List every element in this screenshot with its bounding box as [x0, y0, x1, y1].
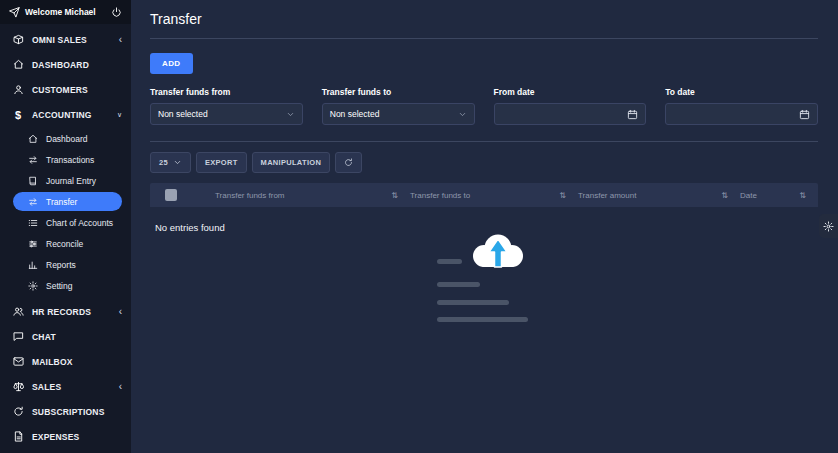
chart-icon — [27, 260, 38, 270]
sort-icon[interactable]: ⇅ — [799, 191, 806, 200]
to-date-input[interactable] — [673, 109, 799, 119]
sidebar-item-label: CUSTOMERS — [32, 85, 122, 95]
manipulation-button[interactable]: MANIPULATION — [252, 152, 331, 173]
exchange-icon — [27, 197, 38, 207]
submenu-item-label: Chart of Accounts — [46, 218, 113, 228]
page-title: Transfer — [150, 11, 818, 27]
refresh-button[interactable] — [335, 152, 362, 173]
skeleton-bar — [437, 317, 528, 322]
welcome-text: Welcome Michael — [25, 7, 96, 17]
filter-label: To date — [665, 87, 818, 97]
chevron-left-icon: ‹ — [119, 307, 122, 317]
calendar-icon[interactable] — [799, 109, 810, 120]
submenu-item-label: Reconcile — [46, 239, 83, 249]
welcome-link[interactable]: Welcome Michael — [9, 7, 96, 18]
gear-icon — [27, 281, 38, 291]
page-size-select[interactable]: 25 — [150, 152, 191, 173]
document-icon — [12, 431, 24, 442]
plane-icon — [9, 7, 20, 18]
sidebar-item-sales[interactable]: SALES ‹ — [0, 374, 131, 399]
dollar-icon: $ — [12, 109, 24, 121]
sliders-icon — [27, 239, 38, 249]
sidebar-item-label: HR RECORDS — [32, 307, 111, 317]
user-icon — [12, 84, 24, 95]
skeleton-bar — [437, 300, 509, 305]
chevron-down-icon — [173, 158, 182, 167]
sidebar-item-mailbox[interactable]: MAILBOX — [0, 349, 131, 374]
sidebar-item-accounting[interactable]: $ ACCOUNTING ∨ — [0, 102, 131, 127]
submenu-item-reports[interactable]: Reports — [13, 255, 122, 274]
sidebar-item-label: MAILBOX — [32, 357, 122, 367]
sidebar-item-chat[interactable]: CHAT — [0, 324, 131, 349]
page-size-value: 25 — [159, 158, 168, 167]
calendar-icon[interactable] — [627, 109, 638, 120]
submenu-item-label: Setting — [46, 281, 72, 291]
app-window: Welcome Michael OMNI SALES ‹ DASHBOARD C… — [0, 0, 838, 453]
select-value: Non selected — [330, 109, 380, 119]
skeleton-bar — [437, 282, 480, 287]
sidebar: Welcome Michael OMNI SALES ‹ DASHBOARD C… — [0, 0, 131, 453]
column-label: Date — [740, 191, 757, 200]
chevron-down-icon: ∨ — [117, 111, 122, 118]
submenu-item-chart-of-accounts[interactable]: Chart of Accounts — [13, 213, 122, 232]
select-value: Non selected — [158, 109, 208, 119]
filter-label: Transfer funds to — [322, 87, 475, 97]
header-cell-checkbox — [150, 183, 215, 207]
column-label: Transfer funds from — [215, 191, 285, 200]
divider — [150, 38, 818, 39]
from-date-input[interactable] — [502, 109, 628, 119]
mail-icon — [12, 356, 24, 367]
header-cell[interactable]: Date ⇅ — [740, 183, 818, 207]
sidebar-item-omni-sales[interactable]: OMNI SALES ‹ — [0, 27, 131, 52]
sidebar-item-expenses[interactable]: EXPENSES — [0, 424, 131, 449]
table-body: No entries found — [150, 207, 818, 339]
transfer-funds-from-select[interactable]: Non selected — [150, 103, 303, 125]
sidebar-header: Welcome Michael — [0, 0, 131, 24]
sidebar-item-label: EXPENSES — [32, 432, 122, 442]
header-cell[interactable]: Transfer funds to ⇅ — [410, 183, 578, 207]
sort-icon[interactable]: ⇅ — [559, 191, 566, 200]
column-label: Transfer funds to — [410, 191, 470, 200]
sidebar-item-customers[interactable]: CUSTOMERS — [0, 77, 131, 102]
submenu-item-label: Transfer — [46, 197, 77, 207]
header-cell[interactable]: Transfer amount ⇅ — [578, 183, 740, 207]
box-icon — [12, 34, 24, 45]
sidebar-item-label: ACCOUNTING — [32, 110, 109, 120]
sort-icon[interactable]: ⇅ — [391, 191, 398, 200]
sidebar-item-dashboard[interactable]: DASHBOARD — [0, 52, 131, 77]
settings-gear-button[interactable] — [819, 214, 838, 238]
filter-transfer-funds-from: Transfer funds from Non selected — [150, 87, 303, 125]
header-cell[interactable]: Transfer funds from ⇅ — [215, 183, 410, 207]
sidebar-item-hr-records[interactable]: HR RECORDS ‹ — [0, 299, 131, 324]
power-icon[interactable] — [111, 7, 122, 18]
submenu-item-reconcile[interactable]: Reconcile — [13, 234, 122, 253]
home-icon — [27, 134, 38, 144]
sidebar-item-label: SALES — [32, 382, 111, 392]
to-date-input-wrap — [665, 103, 818, 125]
submenu-item-setting[interactable]: Setting — [13, 276, 122, 295]
submenu-item-dashboard[interactable]: Dashboard — [13, 129, 122, 148]
accounting-submenu: Dashboard Transactions Journal Entry Tra… — [0, 127, 131, 299]
transfers-table: Transfer funds from ⇅ Transfer funds to … — [150, 183, 818, 339]
sidebar-item-label: DASHBOARD — [32, 60, 122, 70]
select-all-checkbox[interactable] — [165, 189, 177, 201]
table-header: Transfer funds from ⇅ Transfer funds to … — [150, 183, 818, 207]
export-button[interactable]: EXPORT — [196, 152, 247, 173]
submenu-item-transfer[interactable]: Transfer — [13, 192, 122, 211]
empty-state-illustration — [437, 229, 547, 329]
scale-icon — [12, 381, 24, 392]
submenu-item-label: Transactions — [46, 155, 94, 165]
add-button[interactable]: ADD — [150, 53, 193, 74]
sidebar-item-subscriptions[interactable]: SUBSCRIPTIONS — [0, 399, 131, 424]
book-icon — [27, 176, 38, 186]
filter-from-date: From date — [494, 87, 647, 125]
sidebar-nav: OMNI SALES ‹ DASHBOARD CUSTOMERS $ ACCOU… — [0, 24, 131, 449]
sidebar-item-label: CHAT — [32, 332, 122, 342]
sidebar-item-label: SUBSCRIPTIONS — [32, 407, 122, 417]
sort-icon[interactable]: ⇅ — [721, 191, 728, 200]
transfer-funds-to-select[interactable]: Non selected — [322, 103, 475, 125]
submenu-item-journal-entry[interactable]: Journal Entry — [13, 171, 122, 190]
refresh-icon — [344, 158, 353, 167]
submenu-item-transactions[interactable]: Transactions — [13, 150, 122, 169]
table-toolbar: 25 EXPORT MANIPULATION — [150, 152, 818, 173]
